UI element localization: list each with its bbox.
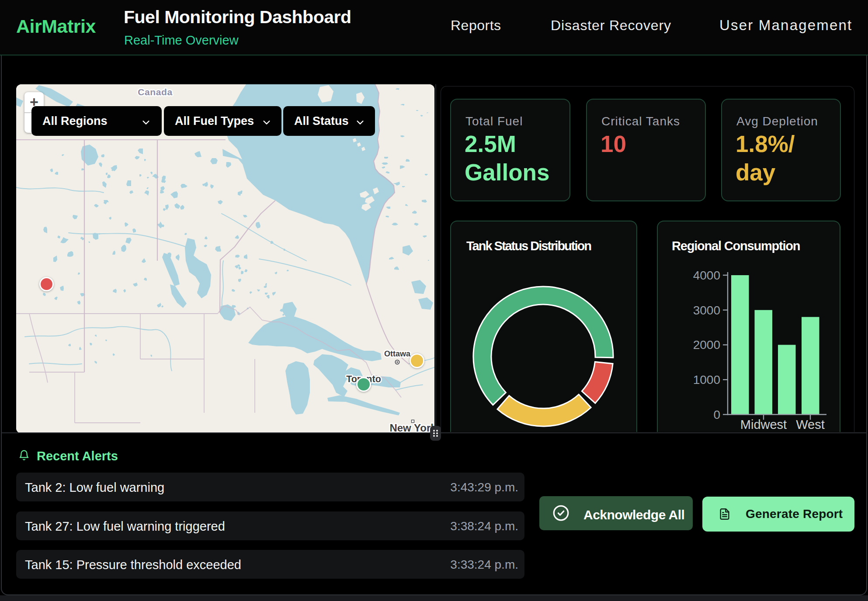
svg-text:1000: 1000 bbox=[693, 373, 720, 387]
svg-text:Midwest: Midwest bbox=[740, 418, 787, 432]
svg-text:0: 0 bbox=[713, 408, 720, 421]
svg-text:4000: 4000 bbox=[693, 269, 720, 282]
svg-text:West: West bbox=[796, 418, 825, 432]
svg-text:3000: 3000 bbox=[693, 304, 720, 317]
svg-text:Ottawa: Ottawa bbox=[384, 349, 411, 358]
svg-text:Canada: Canada bbox=[138, 87, 172, 97]
svg-text:New York: New York bbox=[389, 422, 434, 433]
svg-text:2000: 2000 bbox=[693, 338, 720, 352]
